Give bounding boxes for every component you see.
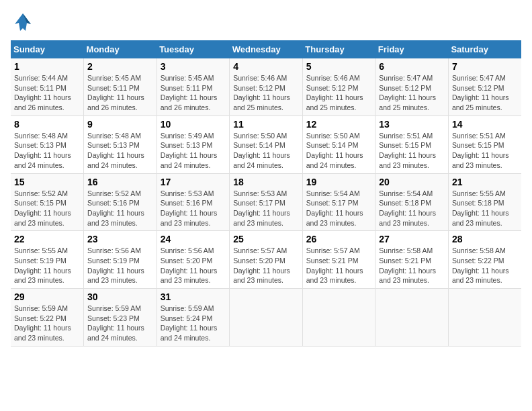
day-number: 14: [452, 119, 518, 130]
day-cell: [375, 289, 449, 347]
day-info: Sunrise: 5:52 AMSunset: 5:15 PMDaylight:…: [14, 189, 71, 227]
day-info: Sunrise: 5:48 AMSunset: 5:13 PMDaylight:…: [14, 132, 71, 169]
day-info: Sunrise: 5:53 AMSunset: 5:17 PMDaylight:…: [233, 189, 290, 227]
header-thursday: Thursday: [302, 40, 375, 58]
day-cell: 30 Sunrise: 5:59 AMSunset: 5:23 PMDaylig…: [84, 289, 157, 347]
week-row-4: 22 Sunrise: 5:55 AMSunset: 5:19 PMDaylig…: [11, 231, 521, 289]
day-cell: 16 Sunrise: 5:52 AMSunset: 5:16 PMDaylig…: [84, 173, 157, 231]
day-number: 28: [452, 234, 518, 244]
day-info: Sunrise: 5:53 AMSunset: 5:16 PMDaylight:…: [161, 189, 218, 227]
day-info: Sunrise: 5:54 AMSunset: 5:18 PMDaylight:…: [379, 189, 436, 227]
header-tuesday: Tuesday: [157, 40, 230, 58]
day-number: 16: [87, 177, 153, 187]
day-info: Sunrise: 5:51 AMSunset: 5:15 PMDaylight:…: [379, 132, 436, 169]
day-info: Sunrise: 5:47 AMSunset: 5:12 PMDaylight:…: [379, 74, 436, 111]
day-cell: 20 Sunrise: 5:54 AMSunset: 5:18 PMDaylig…: [375, 173, 449, 231]
day-cell: 3 Sunrise: 5:45 AMSunset: 5:11 PMDayligh…: [157, 58, 230, 116]
day-info: Sunrise: 5:59 AMSunset: 5:24 PMDaylight:…: [161, 304, 218, 342]
header-friday: Friday: [375, 40, 449, 58]
day-cell: 21 Sunrise: 5:55 AMSunset: 5:18 PMDaylig…: [448, 173, 521, 231]
header-monday: Monday: [84, 40, 157, 58]
day-info: Sunrise: 5:57 AMSunset: 5:20 PMDaylight:…: [233, 246, 290, 284]
day-cell: 6 Sunrise: 5:47 AMSunset: 5:12 PMDayligh…: [375, 58, 449, 116]
day-info: Sunrise: 5:59 AMSunset: 5:22 PMDaylight:…: [14, 304, 71, 342]
day-info: Sunrise: 5:50 AMSunset: 5:14 PMDaylight:…: [306, 132, 363, 169]
day-cell: [302, 289, 375, 347]
day-cell: 13 Sunrise: 5:51 AMSunset: 5:15 PMDaylig…: [375, 116, 449, 173]
day-number: 19: [306, 177, 372, 187]
day-cell: 18 Sunrise: 5:53 AMSunset: 5:17 PMDaylig…: [230, 173, 303, 231]
day-info: Sunrise: 5:54 AMSunset: 5:17 PMDaylight:…: [306, 189, 363, 227]
header-sunday: Sunday: [11, 40, 84, 58]
day-info: Sunrise: 5:59 AMSunset: 5:23 PMDaylight:…: [87, 304, 144, 342]
day-cell: [448, 289, 521, 347]
day-cell: 10 Sunrise: 5:49 AMSunset: 5:13 PMDaylig…: [157, 116, 230, 173]
day-number: 4: [233, 61, 299, 72]
day-number: 6: [379, 61, 445, 72]
day-cell: 29 Sunrise: 5:59 AMSunset: 5:22 PMDaylig…: [11, 289, 84, 347]
day-info: Sunrise: 5:46 AMSunset: 5:12 PMDaylight:…: [233, 74, 290, 111]
day-number: 31: [161, 291, 226, 302]
logo-icon: [11, 11, 35, 35]
day-cell: 26 Sunrise: 5:57 AMSunset: 5:21 PMDaylig…: [302, 231, 375, 289]
day-cell: 14 Sunrise: 5:51 AMSunset: 5:15 PMDaylig…: [448, 116, 521, 173]
day-number: 24: [161, 234, 226, 244]
day-number: 3: [161, 61, 226, 72]
day-number: 23: [87, 234, 153, 244]
day-info: Sunrise: 5:52 AMSunset: 5:16 PMDaylight:…: [87, 189, 144, 227]
calendar-header-row: SundayMondayTuesdayWednesdayThursdayFrid…: [11, 40, 521, 58]
day-info: Sunrise: 5:57 AMSunset: 5:21 PMDaylight:…: [306, 246, 363, 284]
day-cell: 7 Sunrise: 5:47 AMSunset: 5:12 PMDayligh…: [448, 58, 521, 116]
day-cell: 19 Sunrise: 5:54 AMSunset: 5:17 PMDaylig…: [302, 173, 375, 231]
header-saturday: Saturday: [448, 40, 521, 58]
day-info: Sunrise: 5:45 AMSunset: 5:11 PMDaylight:…: [161, 74, 218, 111]
day-cell: 15 Sunrise: 5:52 AMSunset: 5:15 PMDaylig…: [11, 173, 84, 231]
day-cell: 23 Sunrise: 5:56 AMSunset: 5:19 PMDaylig…: [84, 231, 157, 289]
day-number: 8: [14, 119, 80, 130]
day-number: 22: [14, 234, 80, 244]
day-cell: 8 Sunrise: 5:48 AMSunset: 5:13 PMDayligh…: [11, 116, 84, 173]
day-cell: 1 Sunrise: 5:44 AMSunset: 5:11 PMDayligh…: [11, 58, 84, 116]
day-number: 11: [233, 119, 299, 130]
day-cell: 17 Sunrise: 5:53 AMSunset: 5:16 PMDaylig…: [157, 173, 230, 231]
day-cell: 22 Sunrise: 5:55 AMSunset: 5:19 PMDaylig…: [11, 231, 84, 289]
day-number: 20: [379, 177, 445, 187]
day-number: 25: [233, 234, 299, 244]
day-info: Sunrise: 5:56 AMSunset: 5:20 PMDaylight:…: [161, 246, 218, 284]
day-number: 30: [87, 291, 153, 302]
day-cell: 12 Sunrise: 5:50 AMSunset: 5:14 PMDaylig…: [302, 116, 375, 173]
day-number: 27: [379, 234, 445, 244]
week-row-3: 15 Sunrise: 5:52 AMSunset: 5:15 PMDaylig…: [11, 173, 521, 231]
day-cell: 25 Sunrise: 5:57 AMSunset: 5:20 PMDaylig…: [230, 231, 303, 289]
header-wednesday: Wednesday: [230, 40, 303, 58]
day-cell: 31 Sunrise: 5:59 AMSunset: 5:24 PMDaylig…: [157, 289, 230, 347]
day-number: 1: [14, 61, 80, 72]
day-cell: 5 Sunrise: 5:46 AMSunset: 5:12 PMDayligh…: [302, 58, 375, 116]
day-cell: [230, 289, 303, 347]
calendar-table: SundayMondayTuesdayWednesdayThursdayFrid…: [11, 40, 521, 347]
day-cell: 27 Sunrise: 5:58 AMSunset: 5:21 PMDaylig…: [375, 231, 449, 289]
week-row-1: 1 Sunrise: 5:44 AMSunset: 5:11 PMDayligh…: [11, 58, 521, 116]
day-info: Sunrise: 5:58 AMSunset: 5:22 PMDaylight:…: [452, 246, 509, 284]
day-info: Sunrise: 5:48 AMSunset: 5:13 PMDaylight:…: [87, 132, 144, 169]
day-number: 7: [452, 61, 518, 72]
day-info: Sunrise: 5:45 AMSunset: 5:11 PMDaylight:…: [87, 74, 144, 111]
day-cell: 9 Sunrise: 5:48 AMSunset: 5:13 PMDayligh…: [84, 116, 157, 173]
day-info: Sunrise: 5:58 AMSunset: 5:21 PMDaylight:…: [379, 246, 436, 284]
day-info: Sunrise: 5:55 AMSunset: 5:19 PMDaylight:…: [14, 246, 71, 284]
week-row-2: 8 Sunrise: 5:48 AMSunset: 5:13 PMDayligh…: [11, 116, 521, 173]
day-number: 21: [452, 177, 518, 187]
day-number: 5: [306, 61, 372, 72]
day-info: Sunrise: 5:46 AMSunset: 5:12 PMDaylight:…: [306, 74, 363, 111]
page-header: [11, 11, 521, 35]
day-number: 15: [14, 177, 80, 187]
day-info: Sunrise: 5:56 AMSunset: 5:19 PMDaylight:…: [87, 246, 144, 284]
day-number: 13: [379, 119, 445, 130]
day-info: Sunrise: 5:44 AMSunset: 5:11 PMDaylight:…: [14, 74, 71, 111]
logo: [11, 11, 38, 35]
day-number: 12: [306, 119, 372, 130]
day-info: Sunrise: 5:55 AMSunset: 5:18 PMDaylight:…: [452, 189, 509, 227]
day-number: 17: [161, 177, 226, 187]
day-cell: 2 Sunrise: 5:45 AMSunset: 5:11 PMDayligh…: [84, 58, 157, 116]
day-number: 18: [233, 177, 299, 187]
